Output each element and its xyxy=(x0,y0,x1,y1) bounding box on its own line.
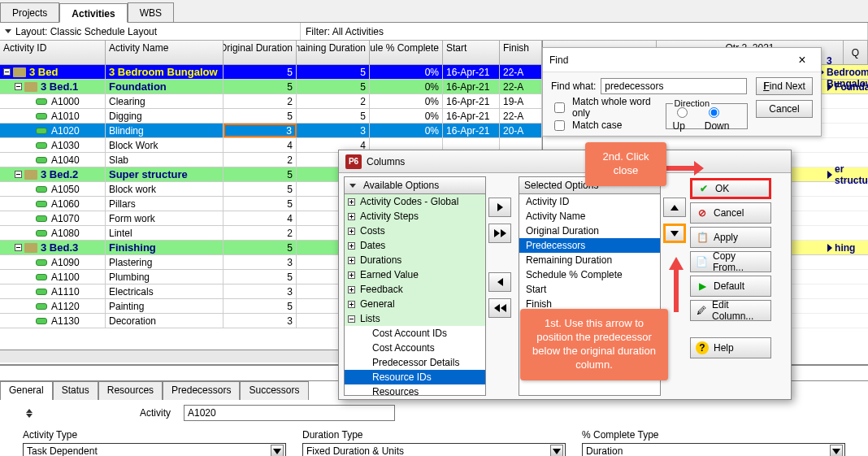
move-right-button[interactable] xyxy=(488,198,511,217)
direction-up-option[interactable]: Up xyxy=(673,105,698,132)
duration-type-select[interactable]: Fixed Duration & Units xyxy=(302,443,566,456)
apply-label: Apply xyxy=(714,232,738,243)
available-option-item[interactable]: Cost Account IDs xyxy=(345,326,485,341)
direction-down-option[interactable]: Down xyxy=(705,105,740,132)
available-option-item[interactable]: Cost Accounts xyxy=(345,341,485,355)
tab-wbs[interactable]: WBS xyxy=(128,2,174,22)
available-option-item[interactable]: Dates xyxy=(345,238,485,253)
table-row[interactable]: 3 Bed3 Bedroom Bungalow550%16-Apr-2122-A xyxy=(0,65,542,80)
expand-icon[interactable] xyxy=(348,228,355,235)
column-header-activity-name[interactable]: Activity Name xyxy=(106,41,224,65)
match-case-checkbox[interactable] xyxy=(554,120,565,131)
expand-icon[interactable] xyxy=(348,242,355,250)
filter-label[interactable]: Filter: All Activities xyxy=(301,23,868,40)
selected-option-item[interactable]: Original Duration xyxy=(519,224,660,238)
collapse-icon[interactable] xyxy=(3,68,11,76)
details-tab-successors[interactable]: Successors xyxy=(240,381,308,400)
close-icon[interactable]: × xyxy=(790,53,814,67)
available-option-item[interactable]: Activity Steps xyxy=(345,209,485,224)
tab-activities[interactable]: Activities xyxy=(59,3,127,23)
move-up-button[interactable] xyxy=(663,198,686,217)
move-left-button[interactable] xyxy=(488,272,511,292)
default-button[interactable]: ▶Default xyxy=(690,276,771,297)
pct-complete-type-select[interactable]: Duration xyxy=(582,443,845,456)
copy-from-button[interactable]: 📄Copy From... xyxy=(690,251,771,272)
cancel-button[interactable]: ⊘Cancel xyxy=(690,202,771,224)
activity-id-cell: A1030 xyxy=(51,140,80,151)
collapse-icon[interactable] xyxy=(15,244,22,251)
selected-option-item[interactable]: Predecessors xyxy=(519,238,660,253)
edit-column-button[interactable]: 🖉Edit Column... xyxy=(690,300,771,321)
tab-projects[interactable]: Projects xyxy=(0,2,59,22)
collapse-icon[interactable] xyxy=(15,83,22,90)
available-option-item[interactable]: Feedback xyxy=(345,282,485,297)
find-cancel-button[interactable]: Cancel xyxy=(756,100,813,118)
column-header-activity-id[interactable]: Activity ID xyxy=(0,41,106,65)
chevron-down-icon xyxy=(5,29,11,33)
available-option-item[interactable]: Durations xyxy=(345,253,485,267)
table-row[interactable]: A1020Blinding330%16-Apr-2120-A xyxy=(0,124,542,138)
find-input[interactable] xyxy=(601,78,747,94)
activity-name-cell: Slab xyxy=(109,154,128,166)
match-whole-word-checkbox[interactable] xyxy=(554,102,565,113)
expand-icon[interactable] xyxy=(348,257,355,264)
help-button[interactable]: ?Help xyxy=(690,337,771,358)
collapse-icon[interactable] xyxy=(348,315,355,323)
available-option-item[interactable]: Predecessor Details xyxy=(345,355,485,370)
collapse-icon[interactable] xyxy=(15,171,22,178)
expand-icon[interactable] xyxy=(348,213,355,220)
selected-option-item[interactable]: Schedule % Complete xyxy=(519,267,660,282)
find-next-button[interactable]: FFind Next xyxy=(756,77,813,95)
od-cell: 5 xyxy=(224,80,297,93)
column-header-original-duration[interactable]: Original Duration xyxy=(224,41,297,65)
details-tab-general[interactable]: General xyxy=(0,381,53,400)
column-header-remaining-duration[interactable]: Remaining Duration xyxy=(297,41,370,65)
available-options-list[interactable]: Activity Codes - GlobalActivity StepsCos… xyxy=(344,194,486,396)
selected-option-item[interactable]: Start xyxy=(519,282,660,297)
details-tab-resources[interactable]: Resources xyxy=(98,381,163,400)
folder-icon xyxy=(13,67,26,77)
available-option-item[interactable]: Costs xyxy=(345,224,485,238)
available-option-item[interactable]: Earned Value xyxy=(345,267,485,282)
table-row[interactable]: A1010Digging550%16-Apr-2122-A xyxy=(0,109,542,124)
selected-option-item[interactable]: Activity Name xyxy=(519,209,660,224)
details-tab-status[interactable]: Status xyxy=(53,381,98,400)
activity-id-field[interactable]: A1020 xyxy=(184,405,395,421)
pct-cell: 0% xyxy=(370,109,443,123)
od-cell: 5 xyxy=(224,270,297,284)
column-header-schedule-pct[interactable]: Schedule % Complete xyxy=(370,41,443,65)
available-option-item[interactable]: Resource IDs xyxy=(345,370,485,384)
move-all-right-button[interactable] xyxy=(488,224,511,243)
od-cell: 5 xyxy=(224,109,297,123)
move-all-left-button[interactable] xyxy=(488,298,511,318)
activity-type-select[interactable]: Task Dependent xyxy=(23,443,286,456)
available-option-item[interactable]: Resources xyxy=(345,384,485,396)
ok-button[interactable]: ✔OK xyxy=(690,178,771,199)
table-row[interactable]: A1000Clearing220%16-Apr-2119-A xyxy=(0,94,542,109)
find-dialog-title: Find xyxy=(549,54,568,66)
available-option-item[interactable]: Lists xyxy=(345,311,485,326)
activity-name-cell: Digging xyxy=(109,111,142,122)
available-option-item[interactable]: General xyxy=(345,297,485,311)
find-what-label: Find what: xyxy=(551,80,596,92)
expand-icon[interactable] xyxy=(348,271,355,279)
selected-option-item[interactable]: Remaining Duration xyxy=(519,253,660,267)
layout-selector[interactable]: Layout: Classic Schedule Layout xyxy=(0,23,301,40)
activity-name-cell: Clearing xyxy=(109,96,145,107)
chevron-down-icon xyxy=(553,449,561,454)
available-option-item[interactable]: Activity Codes - Global xyxy=(345,194,485,209)
activity-id-cell: A1100 xyxy=(51,271,80,283)
expand-icon[interactable] xyxy=(348,301,355,308)
expand-icon[interactable] xyxy=(348,286,355,293)
nav-updown-icon[interactable] xyxy=(23,406,36,420)
column-header-finish[interactable]: Finish xyxy=(500,41,542,65)
expand-icon[interactable] xyxy=(348,198,355,206)
table-row[interactable]: 3 Bed.1Foundation550%16-Apr-2122-A xyxy=(0,80,542,94)
available-options-header[interactable]: Available Options xyxy=(344,176,486,194)
column-header-start[interactable]: Start xyxy=(443,41,500,65)
help-icon: ? xyxy=(696,341,709,354)
details-tab-predecessors[interactable]: Predecessors xyxy=(163,381,240,400)
move-down-button[interactable] xyxy=(663,224,686,243)
apply-button[interactable]: 📋Apply xyxy=(690,227,771,248)
selected-option-item[interactable]: Activity ID xyxy=(519,194,660,209)
